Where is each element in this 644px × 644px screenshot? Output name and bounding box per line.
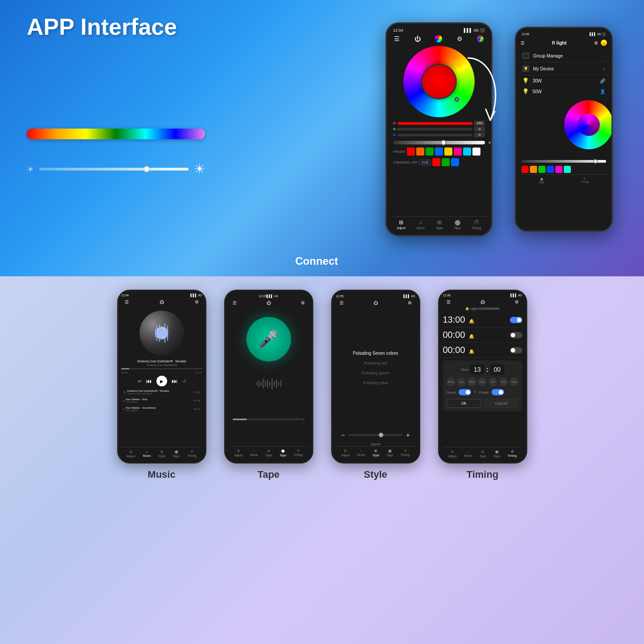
timing-nav-tape[interactable]: ⬤Tape xyxy=(493,450,500,458)
music-nav-style[interactable]: ⊞Style xyxy=(159,450,166,458)
tape-nav-tape[interactable]: ⬤Tape xyxy=(279,449,286,457)
tape-minus[interactable]: - xyxy=(233,422,234,425)
style-nav-tape[interactable]: ⬤Tape xyxy=(386,449,393,457)
side-brightness-bar[interactable] xyxy=(521,160,606,163)
playlist-item-2[interactable]: 2 Alan Walker - Play Alan Walker 02:48 xyxy=(121,397,202,405)
music-nav-timing[interactable]: ⏱Timing xyxy=(187,450,197,458)
timing-item-1[interactable]: 13:00 🔔 xyxy=(443,312,522,328)
std-swatch-green[interactable] xyxy=(442,158,450,166)
style-item-4[interactable]: Pulsating blue xyxy=(336,379,415,387)
style-nav-music[interactable]: ♪Music xyxy=(357,449,365,457)
tape-nav-timing[interactable]: ⏱Timing xyxy=(294,449,303,457)
style-item-1[interactable]: Pulsating Seven colors xyxy=(336,349,415,357)
swatch-cyan[interactable] xyxy=(463,148,471,156)
nav-adjust[interactable]: ⊞ Adjust xyxy=(397,219,405,230)
tape-menu-icon[interactable]: ☰ xyxy=(233,300,237,305)
time-minute-box[interactable]: 00 xyxy=(490,364,505,375)
side-swatch-green[interactable] xyxy=(538,166,546,173)
swatch-green[interactable] xyxy=(426,148,434,156)
weekday-wed[interactable]: WED xyxy=(468,377,476,386)
side-swatch-red[interactable] xyxy=(521,166,529,173)
style-power-icon[interactable]: ⏻ xyxy=(373,300,378,305)
speed-plus-icon[interactable]: + xyxy=(406,431,410,439)
timing-item-2[interactable]: 00:00 🔔 xyxy=(443,328,522,343)
style-nav-adjust[interactable]: ⊞Adjust xyxy=(341,449,350,457)
play-button[interactable]: ▶ xyxy=(156,376,167,386)
swatch-pink[interactable] xyxy=(454,148,462,156)
shuffle-icon[interactable]: ⇄ xyxy=(138,379,141,384)
tape-nav-adjust[interactable]: ⊞Adjust xyxy=(234,449,243,457)
tape-nav-music[interactable]: ♪Music xyxy=(250,449,258,457)
timing-toggle-2[interactable] xyxy=(510,332,522,338)
side-swatch-blue[interactable] xyxy=(547,166,554,173)
group-manage-row[interactable]: ⊞ Group Manage › xyxy=(519,49,609,62)
style-item-2[interactable]: Pulsating red xyxy=(336,359,415,367)
playlist-item-1[interactable]: ⏸ Vicetone,Cozi Zuehlsdorff - Nevada Vic… xyxy=(121,388,202,397)
weekday-mon[interactable]: MON xyxy=(447,377,455,386)
nav-timing[interactable]: ⏱ Timing xyxy=(472,219,481,230)
speed-track[interactable] xyxy=(349,434,403,436)
next-icon[interactable]: ⏭ xyxy=(172,377,178,385)
mic-circle[interactable]: 🎤 xyxy=(246,317,291,361)
hamburger-icon-side[interactable]: ☰ xyxy=(521,41,525,45)
tape-settings-icon[interactable]: ⚙ xyxy=(301,300,305,305)
music-progress[interactable] xyxy=(121,368,202,369)
timing-power-icon[interactable]: ⏻ xyxy=(480,299,485,304)
swatch-white[interactable] xyxy=(472,148,480,156)
music-nav-tape[interactable]: ⬤Tape xyxy=(173,450,180,458)
style-nav-style[interactable]: ⊞Style xyxy=(373,449,380,457)
device-50w[interactable]: 💡 50W 👤 xyxy=(519,86,609,97)
brightness-slider[interactable] xyxy=(39,168,189,170)
hamburger-icon[interactable]: ☰ xyxy=(394,35,400,42)
music-menu-icon[interactable]: ☰ xyxy=(125,299,129,304)
style-item-3[interactable]: Pulsating green xyxy=(336,369,415,377)
phone-brightness-bar[interactable]: ☀ xyxy=(393,141,485,144)
style-settings-icon[interactable]: ⚙ xyxy=(408,300,412,305)
weekday-sun[interactable]: SUN xyxy=(509,377,518,386)
playlist-item-3[interactable]: 3 Alan Walker - Sometimes Alan Walker 03… xyxy=(121,405,202,414)
cancel-button[interactable]: Cancel xyxy=(484,399,519,408)
timing-toggle-3[interactable] xyxy=(510,347,522,353)
weekday-thu[interactable]: THU xyxy=(478,377,487,386)
swatch-red[interactable] xyxy=(407,148,415,156)
side-nav-tape[interactable]: ⬤ Tape xyxy=(539,177,545,184)
timing-menu-icon[interactable]: ☰ xyxy=(447,299,451,304)
my-device-row[interactable]: 💡 My Device ∨ xyxy=(519,62,609,75)
side-swatch-cyan[interactable] xyxy=(564,166,571,173)
music-nav-music[interactable]: ♪Music xyxy=(143,450,151,458)
nav-tape[interactable]: ⬤ Tape xyxy=(454,219,461,230)
tape-nav-style[interactable]: ⊞Style xyxy=(266,449,273,457)
timing-nav-adjust[interactable]: ⊞Adjust xyxy=(448,450,457,458)
timing-nav-style[interactable]: ⊞Style xyxy=(480,450,487,458)
style-nav-timing[interactable]: ⏱Timing xyxy=(401,449,410,457)
power-icon[interactable]: ⏻ xyxy=(414,35,421,42)
tape-progress[interactable] xyxy=(233,418,305,420)
weekday-fri[interactable]: FRI xyxy=(488,377,497,386)
speed-minus-icon[interactable]: − xyxy=(341,431,345,439)
rainbow-slider[interactable] xyxy=(27,129,205,139)
operat-toggle[interactable] xyxy=(459,389,471,395)
music-settings-icon[interactable]: ⚙ xyxy=(195,299,199,304)
swatch-orange[interactable] xyxy=(416,148,424,156)
weekday-tue[interactable]: TUE xyxy=(457,377,466,386)
nav-music[interactable]: ♪ Music xyxy=(417,219,425,230)
style-menu-icon[interactable]: ☰ xyxy=(340,300,344,305)
rgb-badge[interactable]: RGB xyxy=(419,160,431,165)
device-30w[interactable]: 💡 30W 🔗 xyxy=(519,75,609,86)
tape-power-icon[interactable]: ⏻ xyxy=(267,300,271,305)
ok-button[interactable]: Ok xyxy=(447,399,481,408)
timing-toggle-1[interactable] xyxy=(510,317,522,323)
time-hour-box[interactable]: 13 xyxy=(470,364,484,375)
swatch-yellow[interactable] xyxy=(444,148,452,156)
nav-style[interactable]: ⊞ Style xyxy=(436,219,443,230)
weekday-sat[interactable]: SAT xyxy=(499,377,508,386)
side-nav-timing[interactable]: ⏱ Timing xyxy=(581,177,589,184)
side-swatch-orange[interactable] xyxy=(530,166,537,173)
repeat-icon[interactable]: ↺ xyxy=(182,379,186,384)
tape-plus[interactable]: + xyxy=(303,422,304,425)
timing-nav-timing[interactable]: ⏱Timing xyxy=(508,450,517,458)
settings-icon-side[interactable]: ⚙ xyxy=(594,41,598,45)
std-swatch-blue[interactable] xyxy=(451,158,459,166)
std-swatch-red[interactable] xyxy=(432,158,440,166)
timing-nav-music[interactable]: ♪Music xyxy=(464,450,472,458)
